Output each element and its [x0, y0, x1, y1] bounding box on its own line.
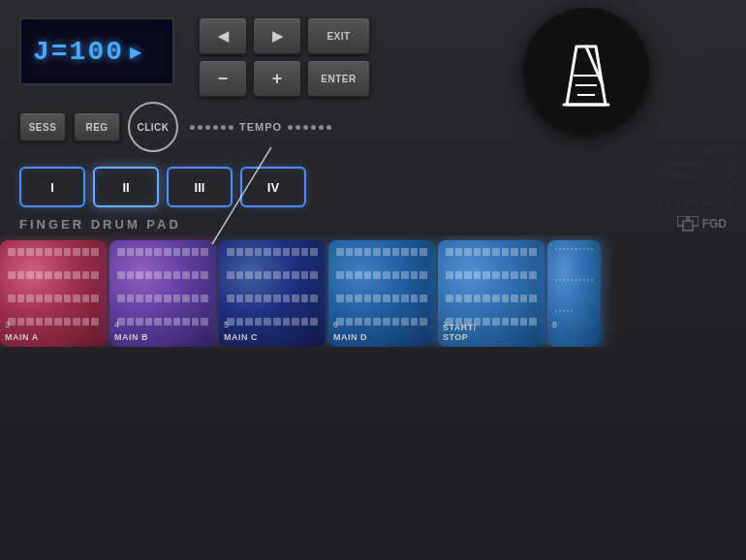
pad-8-number: 8 — [552, 320, 557, 329]
dash-1 — [190, 125, 195, 130]
brand-icon — [677, 216, 699, 232]
nav-cluster: ◀ ▶ EXIT − + ENTER — [199, 17, 370, 97]
vent-dot — [658, 162, 663, 167]
pad-6-texture — [328, 240, 435, 347]
vent-dot — [701, 201, 706, 205]
exit-button[interactable]: EXIT — [307, 17, 370, 54]
dash-2 — [198, 125, 202, 130]
pad-8[interactable]: 8 — [547, 240, 601, 347]
pad-5-number: 5 — [224, 320, 229, 329]
vent-dot — [710, 201, 715, 205]
next-button[interactable]: ▶ — [253, 17, 301, 54]
pad-group-1[interactable]: I — [19, 167, 85, 207]
dashed-connector — [190, 125, 233, 130]
vent-dot — [693, 187, 698, 192]
enter-button[interactable]: ENTER — [307, 60, 370, 97]
vent-dot — [667, 162, 671, 167]
lcd-display: J=100 ▶ — [19, 17, 174, 85]
svg-rect-9 — [683, 221, 693, 231]
pad-3-name: MAIN A — [5, 332, 102, 342]
vent-dot — [684, 174, 689, 179]
vent-dot — [728, 201, 732, 205]
pad-5-name: MAIN C — [224, 332, 321, 342]
vent-dot — [728, 162, 732, 167]
brand-text: FGD — [702, 217, 727, 231]
reg-button[interactable]: REG — [74, 112, 120, 141]
vent-dot — [667, 201, 671, 205]
vent-dot — [693, 201, 698, 205]
dash-r2 — [295, 125, 300, 130]
vent-dot — [675, 187, 680, 192]
vent-dot — [701, 162, 706, 167]
pad-7[interactable]: 7 START/ STOP — [438, 240, 544, 347]
vent-dot — [667, 187, 671, 192]
metronome-icon — [552, 32, 620, 109]
vent-dot — [693, 162, 698, 167]
pad-5-texture — [219, 240, 326, 347]
metronome-overlay — [523, 8, 649, 134]
pad-6-number: 6 — [333, 320, 338, 329]
nav-row-top: ◀ ▶ EXIT — [199, 17, 370, 54]
vent-dot — [719, 162, 724, 167]
click-button[interactable]: CLICK — [128, 102, 178, 152]
pad-5[interactable]: 5 MAIN C — [219, 240, 326, 347]
pad-group-3[interactable]: III — [167, 167, 233, 207]
fdp-label: FINGER DRUM PAD — [19, 217, 181, 232]
vent-dot — [728, 187, 732, 192]
pad-7-name: START/ STOP — [443, 323, 540, 342]
vent-dot — [675, 174, 680, 179]
vent-dot — [693, 174, 698, 179]
vent-dot — [658, 187, 663, 192]
vent-dot — [728, 174, 732, 179]
vent-dot — [658, 174, 663, 179]
dash-r5 — [319, 125, 324, 130]
dash-r1 — [288, 125, 293, 130]
nav-row-bottom: − + ENTER — [199, 60, 370, 97]
bpm-display: J=100 — [33, 37, 124, 67]
bpm-arrow: ▶ — [130, 43, 141, 61]
brand-logo: FGD — [677, 216, 727, 232]
pad-4-texture — [109, 240, 216, 347]
dash-6 — [229, 125, 233, 130]
vent-dot — [701, 187, 706, 192]
sess-button[interactable]: SESS — [19, 112, 66, 141]
vent-dot — [701, 174, 706, 179]
pad-groups: I II III IV — [0, 157, 746, 212]
vent-dot — [684, 162, 689, 167]
pad-6-name: MAIN D — [333, 332, 430, 342]
minus-button[interactable]: − — [199, 60, 247, 97]
vent-dot — [675, 201, 680, 205]
tempo-area: TEMPO — [190, 121, 331, 133]
dash-r4 — [311, 125, 316, 130]
vent-dot — [684, 201, 689, 205]
vent-dot — [710, 187, 715, 192]
dash-r6 — [326, 125, 331, 130]
device-body: // Will be rendered inline J=100 — [0, 0, 746, 560]
pad-8-texture — [547, 240, 601, 347]
vent-dot — [719, 187, 724, 192]
dash-5 — [221, 125, 226, 130]
pad-group-4[interactable]: IV — [240, 167, 306, 207]
pad-3-number: 3 — [5, 320, 10, 329]
pad-6[interactable]: 6 MAIN D — [328, 240, 435, 347]
vent-dot — [719, 174, 724, 179]
pad-4-number: 4 — [114, 320, 119, 329]
pad-3[interactable]: 3 MAIN A — [0, 240, 107, 347]
pads-row: 3 MAIN A 4 MAIN B — [0, 235, 746, 347]
vent-dot — [710, 162, 715, 167]
dash-r3 — [303, 125, 308, 130]
vent-dot — [719, 201, 724, 205]
fdp-label-row: FINGER DRUM PAD FGD — [0, 212, 746, 235]
vent-dot — [710, 174, 715, 179]
vent-dot — [667, 174, 671, 179]
pad-3-texture — [0, 240, 107, 347]
plus-button[interactable]: + — [253, 60, 301, 97]
dash-4 — [213, 125, 218, 130]
prev-button[interactable]: ◀ — [199, 17, 247, 54]
pad-group-2[interactable]: II — [93, 167, 159, 207]
tempo-label: TEMPO — [239, 121, 282, 133]
vent-dot — [684, 187, 689, 192]
vent-dot — [658, 201, 663, 205]
dash-3 — [205, 125, 210, 130]
pad-4[interactable]: 4 MAIN B — [109, 240, 216, 347]
